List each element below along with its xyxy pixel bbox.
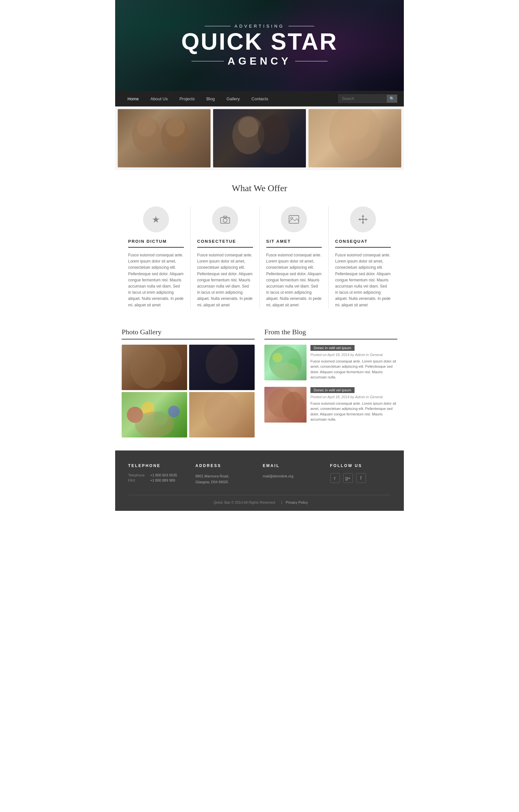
offer-text-1: Fusce euismod consequat ante. Lorem ipsu… — [128, 252, 184, 308]
blog-text-2: Fusce euismod consequat ante. Lorem ipsu… — [310, 401, 397, 422]
blog-heading: From the Blog — [264, 328, 397, 340]
svg-point-35 — [135, 411, 174, 437]
nav-links: Home About Us Projects Blog Gallery Cont… — [122, 91, 338, 107]
footer-divider: | — [281, 500, 283, 504]
footer-grid: TELEPHONE Telephone +1 800 603 6035 FAX:… — [128, 463, 391, 485]
blog-meta-2: Posted on April 18, 2014 by Admin in Gen… — [310, 395, 397, 399]
blog-meta-1: Posted on April 18, 2014 by Admin in Gen… — [310, 353, 397, 357]
footer-follow-heading: FOLLOW US — [330, 463, 391, 468]
offer-heading: What We Offer — [122, 183, 397, 194]
nav-gallery[interactable]: Gallery — [220, 91, 246, 107]
move-icon — [350, 206, 376, 232]
footer-email: EMAIL mail@demolink.org — [263, 463, 324, 485]
search-form: 🔍 — [338, 94, 397, 103]
offer-title-3: SIT AMET — [266, 239, 322, 248]
svg-point-25 — [362, 219, 364, 220]
hero-subtitle: ADVERTISING — [205, 24, 314, 29]
footer-fax-value: +1 800 889 989 — [150, 478, 175, 482]
svg-rect-12 — [308, 109, 401, 167]
offer-text-4: Fusce euismod consequat ante. Lorem ipsu… — [335, 252, 391, 308]
blog-section: From the Blog Donec in velit vel ipsum P… — [264, 328, 397, 437]
footer-bottom: Quick Star © 2014 All Rights Reserved | … — [128, 495, 391, 504]
offer-item-2: CONSECTETUE Fusce euismod consequat ante… — [190, 206, 260, 308]
photo-grid — [122, 345, 255, 437]
footer-tel-line-1: Telephone +1 800 603 6035 — [128, 473, 189, 477]
gallery-photo-1[interactable] — [122, 345, 187, 390]
footer-follow: FOLLOW US 𝕣 g+ f — [330, 463, 391, 485]
social-icons: 𝕣 g+ f — [330, 473, 391, 483]
nav-blog[interactable]: Blog — [201, 91, 220, 107]
offer-title-1: PROIN DICTUM — [128, 239, 184, 248]
footer-addr-heading: ADDRESS — [195, 463, 256, 468]
footer-tel-value-1: +1 800 603 6035 — [150, 473, 177, 477]
svg-point-34 — [168, 406, 180, 417]
offer-item-4: CONSEQUAT Fusce euismod consequat ante. … — [328, 206, 397, 308]
svg-rect-44 — [264, 387, 307, 423]
search-button[interactable]: 🔍 — [387, 94, 397, 103]
facebook-icon[interactable]: f — [356, 473, 366, 483]
gallery-photo-4[interactable] — [189, 392, 255, 437]
svg-rect-37 — [189, 392, 254, 437]
strip-image-3 — [308, 109, 401, 168]
footer-tel-label-1: Telephone — [128, 473, 148, 477]
star-icon: ★ — [143, 206, 169, 232]
footer-tel-heading: TELEPHONE — [128, 463, 189, 468]
svg-rect-28 — [122, 345, 187, 390]
svg-rect-30 — [189, 345, 254, 390]
offer-text-2: Fusce euismod consequat ante. Lorem ipsu… — [197, 252, 253, 308]
footer-email-value[interactable]: mail@demolink.org — [263, 473, 324, 480]
strip-image-1 — [118, 109, 211, 168]
nav-contacts[interactable]: Contacts — [246, 91, 274, 107]
blog-content-1: Donec in velit vel ipsum Posted on April… — [310, 345, 397, 380]
gallery-photo-2[interactable] — [189, 345, 255, 390]
nav-home[interactable]: Home — [122, 91, 145, 107]
hero-agency: AGENCY — [191, 55, 328, 67]
strip-image-2 — [213, 109, 306, 168]
nav-about[interactable]: About Us — [145, 91, 174, 107]
footer-email-heading: EMAIL — [263, 463, 324, 468]
footer-copyright: Quick Star © 2014 All Rights Reserved — [214, 500, 275, 504]
blog-content-2: Donec in velit vel ipsum Posted on April… — [310, 387, 397, 423]
blog-thumb-1[interactable] — [264, 345, 307, 380]
footer-fax-label: FAX: — [128, 478, 148, 482]
offer-item-3: SIT AMET Fusce euismod consequat ante. L… — [260, 206, 329, 308]
image-icon — [281, 206, 307, 232]
gallery-photo-3[interactable] — [122, 392, 187, 437]
nav-projects[interactable]: Projects — [174, 91, 201, 107]
blog-post-1: Donec in velit vel ipsum Posted on April… — [264, 345, 397, 380]
photo-gallery-section: Photo Gallery — [122, 328, 255, 437]
search-input[interactable] — [338, 94, 387, 103]
svg-marker-22 — [362, 222, 364, 224]
blog-post-2: Donec in velit vel ipsum Posted on April… — [264, 387, 397, 423]
svg-point-39 — [272, 353, 282, 362]
navigation: Home About Us Projects Blog Gallery Cont… — [115, 91, 404, 107]
twitter-icon[interactable]: 𝕣 — [330, 473, 340, 483]
svg-point-16 — [228, 219, 229, 220]
blog-thumb-2[interactable] — [264, 387, 307, 423]
blog-tag-1[interactable]: Donec in velit vel ipsum — [310, 345, 355, 351]
offer-grid: ★ PROIN DICTUM Fusce euismod consequat a… — [122, 206, 397, 308]
svg-point-41 — [272, 362, 299, 379]
svg-marker-21 — [362, 215, 364, 217]
blog-text-1: Fusce euismod consequat ante. Lorem ipsu… — [310, 358, 397, 380]
offer-item-1: ★ PROIN DICTUM Fusce euismod consequat a… — [122, 206, 190, 308]
footer-address: ADDRESS 8901 Marmora Road, Glasgow, D04 … — [195, 463, 256, 485]
svg-rect-9 — [213, 109, 306, 167]
footer: TELEPHONE Telephone +1 800 603 6035 FAX:… — [115, 451, 404, 511]
hero-gallery-strip — [115, 107, 404, 170]
offer-section: What We Offer ★ PROIN DICTUM Fusce euism… — [115, 170, 404, 321]
svg-marker-24 — [366, 218, 368, 221]
offer-text-3: Fusce euismod consequat ante. Lorem ipsu… — [266, 252, 322, 308]
footer-addr-text: 8901 Marmora Road, Glasgow, D04 89GR. — [195, 473, 256, 485]
googleplus-icon[interactable]: g+ — [343, 473, 353, 483]
footer-privacy-link[interactable]: Privacy Policy — [286, 500, 308, 504]
gallery-blog-section: Photo Gallery — [115, 321, 404, 451]
camera-icon — [212, 206, 238, 232]
offer-title-4: CONSEQUAT — [335, 239, 391, 248]
svg-marker-23 — [359, 218, 360, 221]
svg-point-14 — [223, 219, 227, 222]
hero-section: ADVERTISING QUICK STAR AGENCY — [115, 0, 404, 91]
footer-telephone: TELEPHONE Telephone +1 800 603 6035 FAX:… — [128, 463, 189, 485]
svg-rect-15 — [223, 216, 227, 218]
blog-tag-2[interactable]: Donec in velit vel ipsum — [310, 387, 355, 393]
